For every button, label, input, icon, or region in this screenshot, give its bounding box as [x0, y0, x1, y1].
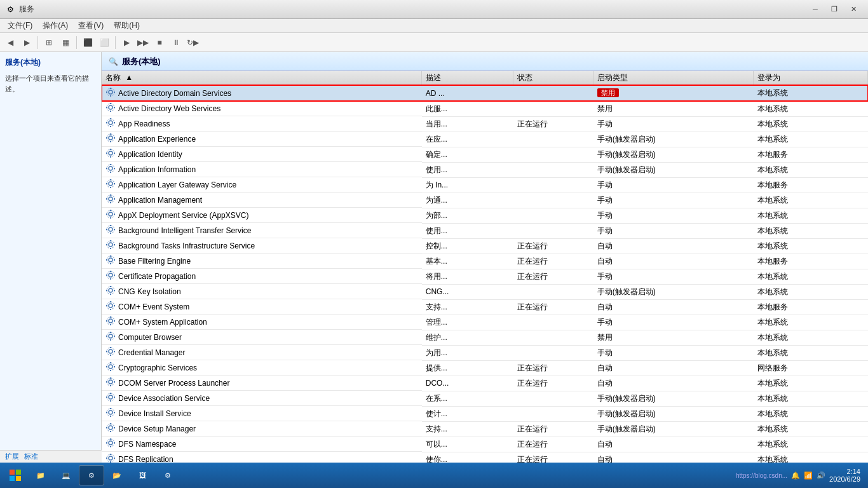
svg-rect-4	[106, 92, 107, 93]
col-header-startup[interactable]: 启动类型	[593, 71, 754, 85]
menu-action[interactable]: 操作(A)	[37, 19, 73, 32]
service-name-text: DFS Replication	[118, 455, 173, 463]
back-button[interactable]: ◀	[3, 35, 18, 50]
gear-icon	[105, 270, 116, 280]
service-login-cell: 本地系统	[754, 208, 868, 223]
svg-point-12	[109, 121, 112, 125]
service-icon	[105, 407, 116, 419]
services-tbody: Active Directory Domain ServicesAD ...禁用…	[102, 85, 868, 463]
table-row[interactable]: DFS Namespace可以...正在运行自动本地系统	[102, 437, 868, 452]
service-name-cell: DFS Replication	[102, 452, 422, 463]
table-row[interactable]: COM+ System Application管理...手动本地系统	[102, 315, 868, 330]
restore-button[interactable]: ❐	[825, 0, 844, 19]
table-row[interactable]: AppX Deployment Service (AppXSVC)为部...手动…	[102, 208, 868, 223]
play2-button[interactable]: ▶▶	[135, 35, 151, 50]
taskbar-item-services[interactable]: ⚙	[79, 465, 104, 485]
table-row[interactable]: Cryptographic Services提供...正在运行自动网络服务	[102, 360, 868, 376]
taskbar-item-image[interactable]: 🖼	[130, 465, 155, 485]
service-name-text: AppX Deployment Service (AppXSVC)	[118, 211, 248, 220]
tab-expand[interactable]: 扩展	[5, 452, 19, 461]
table-row[interactable]: Application Experience在应...手动(触发器启动)本地系统	[102, 132, 868, 147]
svg-point-67	[107, 256, 114, 264]
stop-button[interactable]: ■	[152, 35, 167, 50]
play-button[interactable]: ▶	[119, 35, 134, 50]
taskbar-item-computer[interactable]: 💻	[53, 465, 79, 485]
table-row[interactable]: Background Tasks Infrastructure Service控…	[102, 238, 868, 254]
svg-point-48	[109, 212, 112, 216]
forward-button[interactable]: ▶	[19, 35, 34, 50]
svg-rect-59	[114, 229, 115, 230]
menu-view[interactable]: 查看(V)	[73, 19, 109, 32]
table-row[interactable]: Application Layer Gateway Service为 In...…	[102, 177, 868, 193]
service-status-cell	[513, 284, 593, 299]
col-header-status[interactable]: 状态	[513, 71, 593, 85]
restart-button[interactable]: ↻▶	[185, 35, 200, 50]
table-row[interactable]: COM+ Event System支持...正在运行自动本地服务	[102, 299, 868, 315]
table-row[interactable]: DFS Replication使你...正在运行自动本地系统	[102, 452, 868, 463]
toolbar-icon1[interactable]: ⬛	[80, 35, 95, 50]
col-header-login[interactable]: 登录为	[754, 71, 868, 85]
toolbar-icon2[interactable]: ⬜	[97, 35, 112, 50]
table-row[interactable]: CNG Key IsolationCNG...手动(触发器启动)本地系统	[102, 284, 868, 299]
svg-rect-58	[106, 229, 107, 230]
service-status-cell: 正在运行	[513, 376, 593, 391]
svg-point-120	[109, 395, 112, 399]
table-row[interactable]: Device Association Service在系...手动(触发器启动)…	[102, 391, 868, 406]
svg-rect-35	[114, 168, 115, 169]
table-row[interactable]: Application Information使用...手动(触发器启动)本地系…	[102, 162, 868, 177]
table-row[interactable]: App Readiness当用...正在运行手动本地系统	[102, 116, 868, 132]
start-button[interactable]	[3, 464, 28, 487]
pause-button[interactable]: ⏸	[168, 35, 184, 50]
service-name-cell: Background Tasks Infrastructure Service	[102, 238, 422, 254]
svg-rect-26	[110, 149, 111, 150]
table-row[interactable]: Credential Manager为用...手动本地系统	[102, 345, 868, 360]
svg-point-0	[109, 90, 112, 94]
window-title: 服务	[19, 4, 34, 15]
taskbar-item-files[interactable]: 📂	[104, 465, 130, 485]
svg-rect-69	[110, 263, 111, 264]
svg-rect-71	[114, 259, 115, 261]
service-startup-cell: 手动(触发器启动)	[593, 162, 754, 177]
service-status-cell	[513, 208, 593, 223]
taskbar-item-folder[interactable]: 📁	[28, 465, 53, 485]
table-row[interactable]: Active Directory Domain ServicesAD ...禁用…	[102, 85, 868, 101]
svg-rect-95	[114, 320, 115, 322]
table-row[interactable]: Application Management为通...手动本地系统	[102, 193, 868, 208]
table-row[interactable]: Application Identity确定...手动(触发器启动)本地服务	[102, 147, 868, 162]
tab-standard[interactable]: 标准	[24, 452, 38, 461]
service-login-cell: 本地系统	[754, 284, 868, 299]
table-row[interactable]: Background Intelligent Transfer Service使…	[102, 223, 868, 238]
gear-icon	[105, 255, 116, 265]
service-login-cell: 本地系统	[754, 315, 868, 330]
svg-rect-63	[110, 248, 111, 249]
svg-rect-146	[110, 454, 111, 455]
svg-rect-20	[110, 133, 111, 135]
col-header-name[interactable]: 名称 ▲	[102, 71, 422, 85]
service-desc-cell: CNG...	[422, 284, 513, 299]
view2-button[interactable]: ▦	[58, 35, 73, 50]
right-panel: 🔍 服务(本地) 名称 ▲ 描述 状态 启动类型 登录为	[102, 52, 868, 463]
table-row[interactable]: Device Install Service使计...手动(触发器启动)本地系统	[102, 406, 868, 421]
service-startup-cell: 自动	[593, 376, 754, 391]
close-button[interactable]: ✕	[844, 0, 863, 19]
service-name-text: DFS Namespace	[118, 440, 176, 449]
services-table[interactable]: 名称 ▲ 描述 状态 启动类型 登录为 Active Directory Dom…	[102, 71, 868, 463]
col-header-desc[interactable]: 描述	[422, 71, 513, 85]
table-row[interactable]: DCOM Server Process LauncherDCO...正在运行自动…	[102, 376, 868, 391]
minimize-button[interactable]: ─	[806, 0, 825, 19]
table-row[interactable]: Certificate Propagation将用...正在运行手动本地系统	[102, 269, 868, 284]
table-row[interactable]: Computer Browser维护...禁用本地系统	[102, 330, 868, 345]
view-button[interactable]: ⊞	[41, 35, 57, 50]
table-row[interactable]: Active Directory Web Services此服...禁用本地系统	[102, 101, 868, 116]
table-row[interactable]: Device Setup Manager支持...正在运行手动(触发器启动)本地…	[102, 421, 868, 437]
svg-rect-28	[106, 152, 107, 154]
service-startup-cell: 手动	[593, 208, 754, 223]
menu-help[interactable]: 帮助(H)	[109, 19, 145, 32]
svg-rect-80	[110, 286, 111, 287]
svg-point-126	[109, 410, 112, 414]
gear-icon	[105, 346, 116, 356]
svg-point-138	[109, 441, 112, 445]
table-row[interactable]: Base Filtering Engine基本...正在运行自动本地服务	[102, 254, 868, 269]
menu-file[interactable]: 文件(F)	[3, 19, 37, 32]
taskbar-item-settings[interactable]: ⚙	[155, 465, 180, 485]
